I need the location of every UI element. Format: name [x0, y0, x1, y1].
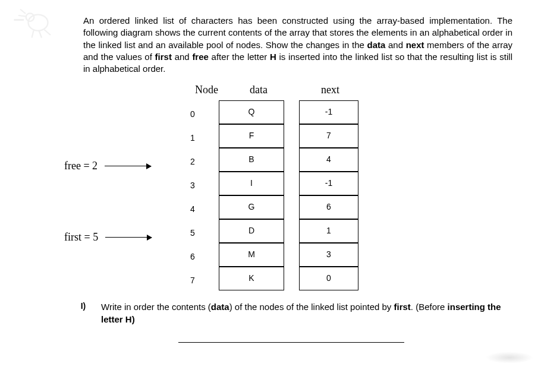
- first-pointer: first = 5: [64, 231, 152, 244]
- row-index: 2: [190, 153, 207, 166]
- problem-statement: An ordered linked list of characters has…: [83, 15, 512, 75]
- next-cell: -1: [299, 100, 358, 124]
- next-cell: 3: [299, 243, 358, 267]
- table-row: 2B4: [190, 148, 524, 172]
- table-row: 4G6: [190, 195, 524, 219]
- col-header-data: data: [250, 84, 268, 96]
- data-cell: G: [219, 195, 284, 219]
- table-row: 6M3: [190, 243, 524, 267]
- table-row: 0Q-1: [190, 100, 524, 124]
- col-header-next: next: [321, 84, 339, 96]
- data-cell: D: [219, 219, 284, 243]
- table-row: 3I-1: [190, 172, 524, 195]
- arrow-icon: [105, 166, 151, 166]
- data-cell: B: [219, 148, 284, 172]
- question-number: I): [65, 301, 101, 325]
- data-cell: I: [219, 172, 284, 195]
- row-index: 3: [190, 177, 207, 190]
- row-index: 6: [190, 248, 207, 261]
- page-smudge: [486, 352, 533, 363]
- next-cell: 0: [299, 267, 358, 290]
- data-cell: M: [219, 243, 284, 267]
- node-table: 0Q-11F72B43I-14G65D16M37K0: [190, 100, 524, 290]
- next-cell: 6: [299, 195, 358, 219]
- answer-blank-line: [178, 342, 404, 343]
- data-cell: K: [219, 267, 284, 290]
- question-1: I) Write in order the contents (data) of…: [65, 301, 512, 325]
- row-index: 4: [190, 201, 207, 214]
- arrow-icon: [105, 237, 152, 238]
- next-cell: 4: [299, 148, 358, 172]
- row-index: 5: [190, 225, 207, 238]
- next-cell: 7: [299, 124, 358, 148]
- row-index: 7: [190, 272, 207, 285]
- table-row: 1F7: [190, 124, 524, 148]
- first-label: first = 5: [64, 231, 98, 244]
- table-row: 7K0: [190, 267, 524, 290]
- free-label: free = 2: [64, 160, 97, 172]
- next-cell: -1: [299, 172, 358, 195]
- data-cell: F: [219, 124, 284, 148]
- node-array-diagram: Node data next free = 2 first = 5 0Q-11F…: [24, 84, 524, 290]
- next-cell: 1: [299, 219, 358, 243]
- col-header-node: Node: [195, 84, 218, 96]
- question-text: Write in order the contents (data) of th…: [101, 301, 512, 325]
- row-index: 0: [190, 106, 207, 119]
- row-index: 1: [190, 129, 207, 143]
- data-cell: Q: [219, 100, 284, 124]
- free-pointer: free = 2: [64, 160, 151, 172]
- table-row: 5D1: [190, 219, 524, 243]
